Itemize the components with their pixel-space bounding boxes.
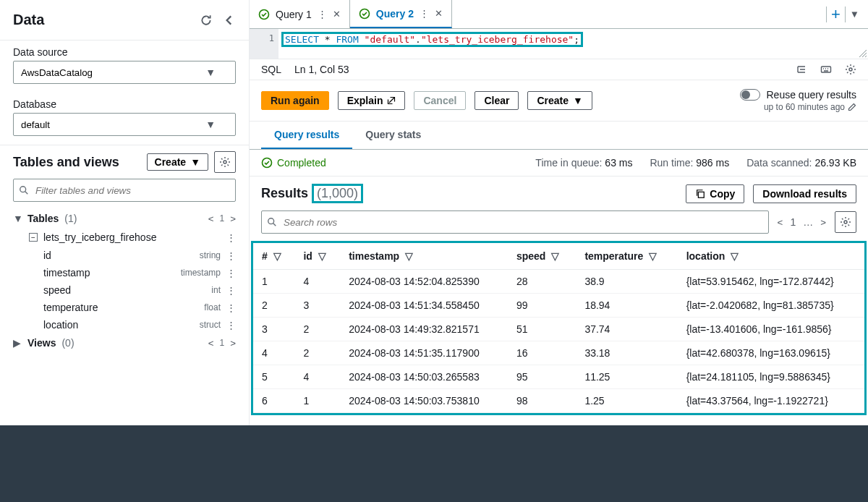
- editor-lang: SQL: [261, 64, 281, 75]
- column-item[interactable]: speedint⋮: [7, 281, 242, 299]
- table-row[interactable]: 612024-08-03 14:50:03.753810981.25{lat=4…: [253, 389, 864, 413]
- edit-icon[interactable]: [848, 103, 856, 111]
- views-count: (0): [61, 337, 74, 349]
- column-header[interactable]: speed ▽: [508, 242, 576, 270]
- column-header[interactable]: temperature ▽: [576, 242, 677, 270]
- column-header[interactable]: # ▽: [253, 242, 294, 270]
- more-vertical-icon[interactable]: ⋮: [318, 9, 327, 20]
- table-name[interactable]: lets_try_iceberg_firehose: [43, 231, 156, 243]
- data-source-select[interactable]: [13, 61, 236, 84]
- tab-query-results[interactable]: Query results: [261, 122, 352, 149]
- more-vertical-icon[interactable]: ⋮: [420, 8, 429, 19]
- data-scanned: 26.93 KB: [814, 157, 856, 169]
- svg-point-8: [268, 218, 274, 224]
- column-item[interactable]: idstring⋮: [7, 247, 242, 264]
- close-icon[interactable]: ✕: [333, 9, 341, 20]
- search-icon: [19, 185, 29, 195]
- cancel-button[interactable]: Cancel: [414, 91, 466, 110]
- more-vertical-icon[interactable]: ⋮: [226, 268, 236, 278]
- download-results-button[interactable]: Download results: [753, 184, 856, 203]
- table-settings-icon[interactable]: [835, 211, 856, 233]
- tab-query-stats[interactable]: Query stats: [352, 122, 434, 149]
- prev-page-icon[interactable]: <: [208, 213, 214, 224]
- column-item[interactable]: temperaturefloat⋮: [7, 299, 242, 316]
- results-title: Results: [261, 186, 308, 200]
- views-group-label[interactable]: Views: [27, 337, 56, 349]
- views-page: 1: [220, 338, 225, 348]
- footer-region: [0, 425, 868, 502]
- tab-query-2[interactable]: Query 2 ⋮ ✕: [350, 0, 452, 28]
- column-header[interactable]: location ▽: [678, 242, 864, 270]
- collapse-sidebar-icon[interactable]: [223, 14, 236, 27]
- table-row[interactable]: 142024-08-03 14:52:04.8253902838.9{lat=5…: [253, 270, 864, 294]
- more-vertical-icon[interactable]: ⋮: [226, 250, 236, 261]
- reuse-label: Reuse query results: [766, 89, 856, 101]
- caret-down-icon[interactable]: ▼: [13, 213, 22, 224]
- column-item[interactable]: timestamptimestamp⋮: [7, 264, 242, 281]
- more-vertical-icon[interactable]: ⋮: [226, 320, 236, 331]
- next-page-icon[interactable]: >: [230, 213, 236, 224]
- keyboard-icon[interactable]: [820, 64, 832, 75]
- tab-query-1[interactable]: Query 1 ⋮ ✕: [250, 0, 350, 28]
- filter-tables-input[interactable]: [13, 179, 236, 202]
- svg-point-1: [20, 187, 26, 192]
- caret-down-icon: ▼: [573, 95, 583, 106]
- table-row[interactable]: 322024-08-03 14:49:32.8215715137.74{lat=…: [253, 318, 864, 341]
- query-tabs: Query 1 ⋮ ✕ Query 2 ⋮ ✕ + ▼: [250, 0, 868, 29]
- caret-right-icon[interactable]: ▶: [13, 337, 22, 349]
- next-page-icon[interactable]: >: [230, 338, 236, 349]
- table-row[interactable]: 542024-08-03 14:50:03.2655839511.25{lat=…: [253, 365, 864, 389]
- search-rows-input[interactable]: [261, 210, 769, 234]
- check-circle-icon: [359, 8, 370, 20]
- check-circle-icon: [261, 157, 273, 169]
- sort-icon: ▽: [273, 250, 281, 262]
- next-page-icon[interactable]: >: [820, 217, 826, 228]
- clear-button[interactable]: Clear: [475, 91, 519, 110]
- add-tab-icon[interactable]: +: [831, 5, 841, 24]
- tables-page: 1: [220, 213, 225, 224]
- resize-handle-icon[interactable]: [858, 48, 867, 57]
- query-state: Completed: [277, 157, 326, 169]
- column-header[interactable]: timestamp ▽: [340, 242, 508, 270]
- run-again-button[interactable]: Run again: [261, 91, 329, 110]
- tables-group-label[interactable]: Tables: [27, 213, 59, 224]
- results-table: # ▽id ▽timestamp ▽speed ▽temperature ▽lo…: [253, 241, 864, 413]
- more-vertical-icon[interactable]: ⋮: [226, 302, 236, 313]
- close-icon[interactable]: ✕: [435, 8, 443, 19]
- search-icon: [267, 217, 277, 227]
- table-row[interactable]: 422024-08-03 14:51:35.1179001633.18{lat=…: [253, 341, 864, 365]
- check-circle-icon: [258, 9, 270, 20]
- copy-button[interactable]: Copy: [686, 184, 744, 203]
- sidebar-title: Data: [13, 12, 44, 28]
- tables-views-title: Tables and views: [13, 155, 119, 170]
- prev-page-icon[interactable]: <: [208, 338, 214, 349]
- sort-icon: ▽: [318, 250, 326, 262]
- table-row[interactable]: 232024-08-03 14:51:34.5584509918.94{lat=…: [253, 294, 864, 318]
- explain-button[interactable]: Explain: [338, 91, 406, 110]
- create-query-button[interactable]: Create ▼: [527, 91, 592, 110]
- expand-table-icon[interactable]: −: [29, 233, 38, 242]
- settings-icon[interactable]: [214, 151, 236, 173]
- caret-down-icon: ▼: [190, 156, 200, 168]
- more-vertical-icon[interactable]: ⋮: [226, 285, 236, 296]
- format-icon[interactable]: [796, 64, 807, 75]
- tab-menu-caret-icon[interactable]: ▼: [850, 9, 859, 20]
- refresh-icon[interactable]: [200, 14, 213, 27]
- column-header[interactable]: id ▽: [294, 242, 340, 270]
- svg-point-0: [224, 161, 226, 163]
- line-number: 1: [250, 33, 274, 43]
- svg-rect-7: [699, 192, 705, 197]
- tab-label: Query 2: [376, 8, 414, 20]
- column-item[interactable]: locationstruct⋮: [7, 316, 242, 333]
- more-vertical-icon[interactable]: ⋮: [226, 232, 236, 243]
- create-tv-button[interactable]: Create ▼: [147, 153, 208, 171]
- reuse-results-toggle[interactable]: [740, 89, 760, 101]
- reuse-sub: up to 60 minutes ago: [764, 102, 845, 112]
- sql-editor[interactable]: 1 SELECT * FROM "default"."lets_try_iceb…: [250, 29, 868, 59]
- results-count: (1,000): [312, 184, 363, 203]
- database-select[interactable]: [13, 113, 236, 136]
- editor-settings-icon[interactable]: [845, 64, 856, 75]
- prev-page-icon[interactable]: <: [778, 217, 783, 228]
- svg-rect-4: [822, 67, 831, 72]
- sort-icon: ▽: [731, 250, 739, 262]
